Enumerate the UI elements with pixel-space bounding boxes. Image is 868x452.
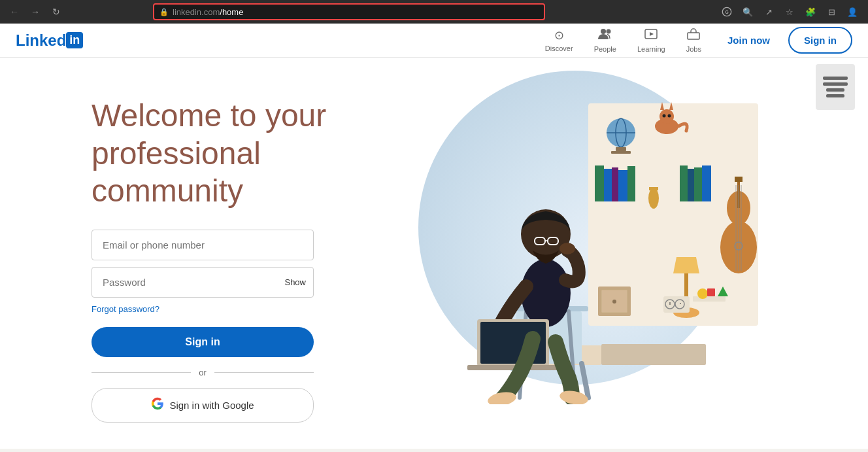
google-icon[interactable]: G [718,3,736,21]
welcome-title: Welcome to your professional community [92,97,366,210]
profile-button[interactable]: 👤 [843,3,861,21]
nav-people-label: People [594,45,616,53]
sign-in-button[interactable]: Sign in [788,27,852,54]
splitview-button[interactable]: ⊟ [822,3,841,21]
hero-illustration [405,64,771,404]
linkedin-header: Linked in ⊙ Discover People [0,24,868,58]
zoom-in-button[interactable]: 🔍 [739,3,757,21]
share-button[interactable]: ↗ [760,3,778,21]
email-input[interactable] [92,230,314,260]
bottom-section: Explore topics you CONTENT TOPICS See Al… [0,449,868,452]
nav-people[interactable]: People [586,26,624,56]
document-icon [816,64,855,110]
right-panel [405,58,868,449]
svg-point-40 [612,300,616,304]
svg-line-58 [582,364,588,398]
browser-chrome: ← → ↻ 🔒 linkedin.com/home G 🔍 ↗ ☆ 🧩 ⊟ 👤 [0,0,868,24]
svg-rect-28 [694,167,702,201]
header-nav: ⊙ Discover People Learning [537,26,852,56]
svg-marker-5 [650,32,654,36]
or-line-left [92,372,191,373]
forward-button[interactable]: → [27,4,43,20]
lock-icon: 🔒 [159,8,169,16]
svg-rect-51 [707,288,715,296]
discover-icon: ⊙ [554,28,564,43]
nav-learning-label: Learning [637,45,665,53]
google-signin-label: Sign in with Google [169,400,254,411]
forgot-password-link[interactable]: Forgot password? [92,304,366,314]
svg-marker-43 [673,257,699,273]
nav-learning[interactable]: Learning [629,26,673,56]
svg-point-18 [668,114,671,118]
or-divider: or [92,368,314,377]
svg-rect-44 [663,296,690,313]
main-content: Welcome to your professional community S… [0,58,868,449]
svg-rect-11 [616,147,626,151]
svg-rect-26 [680,165,688,201]
nav-jobs-label: Jobs [686,45,701,53]
join-now-button[interactable]: Join now [714,28,783,52]
svg-rect-6 [688,33,699,39]
svg-rect-25 [649,187,658,190]
logo-in-box: in [66,32,83,48]
svg-rect-22 [618,170,627,201]
svg-rect-21 [612,167,618,201]
nav-discover-label: Discover [545,44,573,52]
signin-submit-button[interactable]: Sign in [92,327,314,357]
logo-linked-text: Linked [16,31,66,50]
google-signin-button[interactable]: Sign in with Google [92,388,314,423]
back-button[interactable]: ← [7,4,22,20]
svg-text:G: G [725,10,728,14]
svg-rect-29 [702,165,711,201]
svg-rect-20 [604,169,612,201]
svg-rect-19 [595,165,604,201]
svg-point-3 [606,29,610,33]
linkedin-logo[interactable]: Linked in [16,31,83,50]
or-line-right [214,372,314,373]
svg-point-50 [697,288,708,299]
show-password-button[interactable]: Show [284,277,306,287]
svg-rect-33 [735,177,743,182]
extensions-button[interactable]: 🧩 [801,3,820,21]
address-bar[interactable]: 🔒 linkedin.com/home [153,3,545,20]
svg-rect-49 [693,296,726,302]
jobs-icon [686,28,701,43]
refresh-button[interactable]: ↻ [48,4,64,20]
nav-discover[interactable]: ⊙ Discover [537,26,581,55]
svg-rect-12 [611,151,631,154]
browser-actions: G 🔍 ↗ ☆ 🧩 ⊟ 👤 [718,3,861,21]
svg-point-17 [663,114,666,118]
learning-icon [644,28,658,43]
bookmark-button[interactable]: ☆ [780,3,799,21]
password-input[interactable] [92,267,314,298]
svg-point-14 [659,109,674,124]
password-wrapper: Show [92,267,314,298]
google-g-icon [151,397,164,413]
svg-point-24 [648,188,659,209]
svg-point-67 [559,243,575,254]
svg-rect-23 [627,166,635,201]
nav-jobs[interactable]: Jobs [678,26,709,56]
left-panel: Welcome to your professional community S… [0,58,405,449]
or-text: or [199,368,207,377]
svg-rect-54 [601,344,706,365]
svg-point-2 [601,29,606,34]
url-text: linkedin.com/home [173,7,243,17]
svg-rect-27 [688,169,694,201]
people-icon [598,28,612,43]
